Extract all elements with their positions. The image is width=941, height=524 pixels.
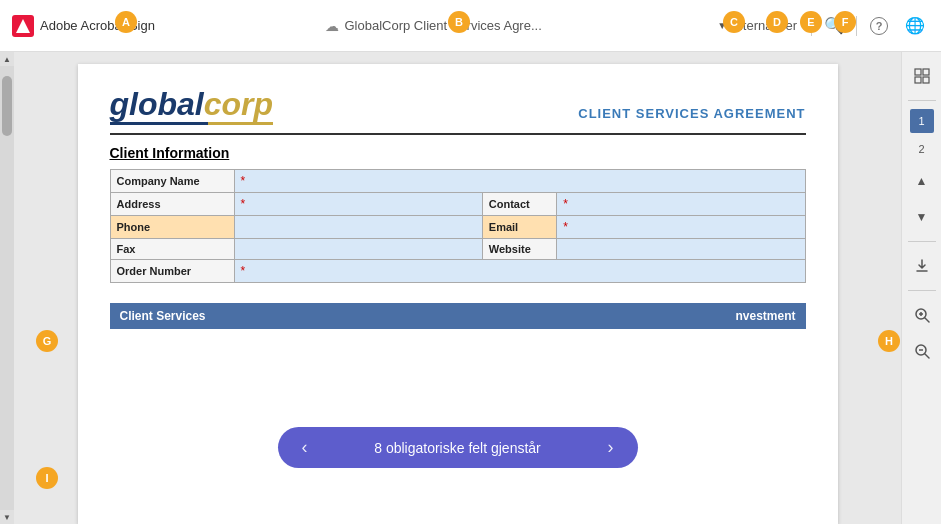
fax-label: Fax <box>110 239 234 260</box>
table-row: Phone Email * <box>110 216 805 239</box>
logo-corp: corp <box>204 86 273 122</box>
phone-label: Phone <box>110 216 234 239</box>
document-title-area: ☁ GlobalCorp Client Services Agre... <box>163 18 703 34</box>
grid-view-button[interactable] <box>906 60 938 92</box>
scroll-track[interactable] <box>0 66 14 510</box>
table-row: Order Number * <box>110 260 805 283</box>
globe-icon: 🌐 <box>905 16 925 35</box>
annotation-d: D <box>766 11 788 33</box>
required-fields-nav: ‹ 8 obligatoriske felt gjenstår › <box>278 427 638 468</box>
website-input[interactable] <box>557 239 805 260</box>
company-name-input[interactable]: * <box>234 170 805 193</box>
main-wrapper: Adobe Acrobat Sign ☁ GlobalCorp Client S… <box>0 0 941 524</box>
order-number-input[interactable]: * <box>234 260 805 283</box>
investment-label: nvestment <box>735 309 795 323</box>
zoom-in-button[interactable] <box>906 299 938 331</box>
required-fields-message: 8 obligatoriske felt gjenstår <box>374 440 541 456</box>
order-number-label: Order Number <box>110 260 234 283</box>
document-page: globalcorp CLIENT SERVICES AGREEMENT Cli… <box>78 64 838 524</box>
scroll-up-sidebar-btn[interactable]: ▲ <box>906 165 938 197</box>
annotation-g: G <box>36 330 58 352</box>
contact-label: Contact <box>482 193 556 216</box>
scroll-up-btn[interactable]: ▲ <box>0 52 14 66</box>
company-name-label: Company Name <box>110 170 234 193</box>
agreement-title: CLIENT SERVICES AGREEMENT <box>578 106 805 125</box>
doc-header: globalcorp CLIENT SERVICES AGREEMENT <box>110 88 806 135</box>
download-icon <box>914 258 930 274</box>
scroll-down-sidebar-btn[interactable]: ▼ <box>906 201 938 233</box>
right-sidebar: 1 2 ▲ ▼ <box>901 52 941 524</box>
help-button[interactable]: ? <box>865 12 893 40</box>
document-title: GlobalCorp Client Services Agre... <box>345 18 542 33</box>
grid-icon <box>914 68 930 84</box>
svg-rect-2 <box>915 77 921 83</box>
contact-input[interactable]: * <box>557 193 805 216</box>
app-title: Adobe Acrobat Sign <box>40 18 155 33</box>
annotation-i: I <box>36 467 58 489</box>
doc-scroll-area: globalcorp CLIENT SERVICES AGREEMENT Cli… <box>14 52 901 524</box>
annotation-e: E <box>800 11 822 33</box>
svg-rect-0 <box>915 69 921 75</box>
website-label: Website <box>482 239 556 260</box>
document-area: ▲ ▼ globalcorp C <box>0 52 941 524</box>
zoom-out-button[interactable] <box>906 335 938 367</box>
sidebar-separator-1 <box>908 100 936 101</box>
client-info-table: Company Name * Address * Contact * <box>110 169 806 283</box>
v-scrollbar[interactable]: ▲ ▼ <box>0 52 14 524</box>
required-star: * <box>241 174 246 188</box>
address-input[interactable]: * <box>234 193 482 216</box>
logo-global: global <box>110 86 204 122</box>
annotation-c: C <box>723 11 745 33</box>
vertical-divider-2 <box>856 16 857 36</box>
svg-rect-1 <box>923 69 929 75</box>
fax-input[interactable] <box>234 239 482 260</box>
globalcorp-logo: globalcorp <box>110 88 274 120</box>
center-content: Adobe Acrobat Sign ☁ GlobalCorp Client S… <box>0 0 941 524</box>
chevron-down-icon: ▼ <box>916 210 928 224</box>
help-icon: ? <box>870 17 888 35</box>
email-input[interactable]: * <box>557 216 805 239</box>
sidebar-separator-2 <box>908 241 936 242</box>
svg-line-10 <box>925 354 929 358</box>
language-button[interactable]: 🌐 <box>901 12 929 40</box>
client-services-label: Client Services <box>120 309 206 323</box>
client-services-bar: Client Services nvestment <box>110 303 806 329</box>
page-2-label: 2 <box>918 143 924 155</box>
annotation-b: B <box>448 11 470 33</box>
prev-field-button[interactable]: ‹ <box>302 437 308 458</box>
annotation-f: F <box>834 11 856 33</box>
table-row: Fax Website <box>110 239 805 260</box>
page-2-indicator[interactable]: 2 <box>910 137 934 161</box>
table-row: Company Name * <box>110 170 805 193</box>
cloud-icon: ☁ <box>325 18 339 34</box>
download-button[interactable] <box>906 250 938 282</box>
zoom-in-icon <box>914 307 930 323</box>
table-row: Address * Contact * <box>110 193 805 216</box>
logo-underline <box>110 122 274 125</box>
annotation-a: A <box>115 11 137 33</box>
address-label: Address <box>110 193 234 216</box>
scroll-thumb <box>2 76 12 136</box>
next-field-button[interactable]: › <box>607 437 613 458</box>
phone-input[interactable] <box>234 216 482 239</box>
scroll-down-btn[interactable]: ▼ <box>0 510 14 524</box>
chevron-up-icon: ▲ <box>916 174 928 188</box>
adobe-icon <box>12 15 34 37</box>
annotation-h: H <box>878 330 900 352</box>
globalcorp-logo-wrapper: globalcorp <box>110 88 274 125</box>
page-1-indicator[interactable]: 1 <box>910 109 934 133</box>
section-title: Client Information <box>110 145 806 161</box>
email-label: Email <box>482 216 556 239</box>
zoom-out-icon <box>914 343 930 359</box>
svg-rect-3 <box>923 77 929 83</box>
svg-line-6 <box>925 318 929 322</box>
page-1-label: 1 <box>918 115 924 127</box>
sidebar-separator-3 <box>908 290 936 291</box>
